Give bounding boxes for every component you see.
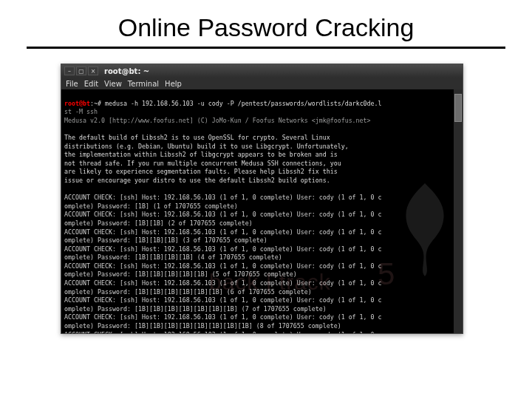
warning-line: distributions (e.g. Debian, Ubuntu) buil… (64, 143, 349, 150)
title-divider (27, 47, 505, 49)
slide-title: Online Password Cracking (0, 0, 532, 47)
account-check-line: omplete) Password: [1B][1B][1B] (3 of 17… (64, 236, 267, 244)
command-line-1: medusa -h 192.168.56.103 -u cody -P /pen… (101, 100, 382, 107)
prompt-path: :~# (90, 100, 101, 107)
account-check-line: omplete) Password: [1B][1B][1B][1B][1B] … (64, 270, 297, 278)
account-check-line: ACCOUNT CHECK: [ssh] Host: 192.168.56.10… (64, 313, 382, 321)
warning-line: not thread safe. If you run multiple con… (64, 160, 341, 167)
terminal-window: – ▢ × root@bt: ~ File Edit View Terminal… (61, 64, 463, 334)
account-check-line: omplete) Password: [1B] (1 of 1707655 co… (64, 202, 238, 210)
scrollbar-thumb[interactable] (454, 94, 462, 122)
account-check-line: ACCOUNT CHECK: [ssh] Host: 192.168.56.10… (64, 211, 382, 218)
close-button[interactable]: × (88, 66, 98, 75)
minimize-button[interactable]: – (64, 66, 75, 75)
account-check-line: ACCOUNT CHECK: [ssh] Host: 192.168.56.10… (64, 245, 382, 253)
menu-file[interactable]: File (66, 80, 78, 88)
warning-line: issue or encourage your distro to use th… (64, 177, 330, 184)
account-check-line: ACCOUNT CHECK: [ssh] Host: 192.168.56.10… (64, 262, 382, 270)
account-check-line: omplete) Password: [1B][1B][1B][1B] (4 o… (64, 253, 282, 261)
maximize-button[interactable]: ▢ (76, 66, 86, 75)
menu-view[interactable]: View (104, 80, 122, 88)
account-check-line: omplete) Password: [1B][1B][1B][1B][1B][… (64, 322, 341, 330)
account-check-line: ACCOUNT CHECK: [ssh] Host: 192.168.56.10… (64, 279, 382, 287)
menu-terminal[interactable]: Terminal (128, 80, 159, 88)
window-titlebar: – ▢ × root@bt: ~ (61, 64, 463, 78)
warning-line: the implementation within Libssh2 of lib… (64, 151, 338, 158)
account-check-line: ACCOUNT CHECK: [ssh] Host: 192.168.56.10… (64, 194, 382, 201)
window-title: root@bt: ~ (104, 67, 149, 75)
command-line-2: st -M ssh (64, 108, 98, 115)
account-check-line: omplete) Password: [1B][1B][1B][1B][1B][… (64, 305, 327, 313)
menu-edit[interactable]: Edit (84, 80, 98, 88)
warning-line: The default build of Libssh2 is to use O… (64, 134, 330, 141)
banner-line: Medusa v2.0 [http://www.foofus.net] (C) … (64, 117, 371, 124)
account-check-line: omplete) Password: [1B][1B][1B][1B][1B][… (64, 288, 312, 296)
account-check-line: ACCOUNT CHECK: [ssh] Host: 192.168.56.10… (64, 296, 382, 304)
menu-help[interactable]: Help (165, 80, 182, 88)
menubar: File Edit View Terminal Help (61, 78, 463, 89)
scrollbar[interactable] (454, 89, 463, 333)
warning-line: are likely to experience segmentation fa… (64, 168, 338, 175)
account-check-line: ACCOUNT CHECK: [ssh] Host: 192.168.56.10… (64, 331, 382, 333)
dragon-logo-icon (392, 178, 458, 282)
account-check-line: ACCOUNT CHECK: [ssh] Host: 192.168.56.10… (64, 228, 382, 236)
account-check-line: omplete) Password: [1B][1B] (2 of 170765… (64, 219, 253, 227)
terminal-output[interactable]: root@bt:~# medusa -h 192.168.56.103 -u c… (61, 89, 463, 333)
backtrack-watermark-number: 5 (378, 270, 395, 279)
prompt-user: root@bt (64, 100, 90, 107)
